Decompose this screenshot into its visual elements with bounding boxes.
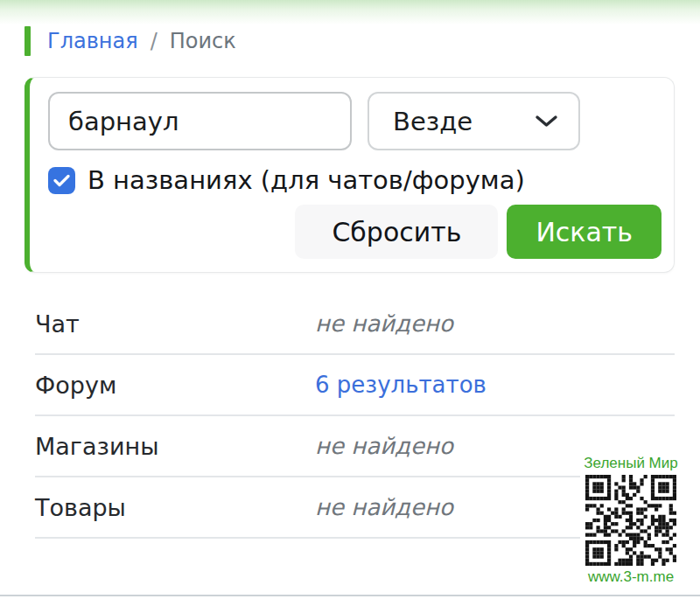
breadcrumb-accent-bar [24,26,31,56]
result-row-goods: Товары не найдено [35,477,675,539]
result-row-shops: Магазины не найдено [35,416,675,477]
checkbox-row: В названиях (для чатов/форума) [48,165,662,195]
watermark: Зеленый Мир www.3-m.me [580,455,682,586]
search-button[interactable]: Искать [507,205,662,259]
result-label: Чат [35,310,315,338]
qr-code-icon [585,475,676,566]
breadcrumb-home-link[interactable]: Главная [47,29,138,53]
result-label: Форум [35,372,315,399]
in-titles-checkbox-label[interactable]: В названиях (для чатов/форума) [88,165,525,195]
breadcrumb: Главная / Поиск [24,26,236,56]
reset-button[interactable]: Сбросить [295,205,498,259]
search-card: Везде В названиях (для чатов/форума) Сбр… [24,77,675,273]
page-bottom-divider [0,595,700,596]
watermark-title: Зеленый Мир [580,455,682,472]
result-row-chat: Чат не найдено [35,294,675,355]
result-value: не найдено [315,433,453,459]
in-titles-checkbox[interactable] [48,167,75,194]
watermark-url: www.3-m.me [580,568,682,586]
scope-select[interactable]: Везде [368,92,580,150]
result-label: Магазины [35,433,315,460]
results-list: Чат не найдено Форум 6 результатов Магаз… [35,294,675,539]
check-icon [53,174,70,187]
search-input[interactable] [48,92,352,150]
result-row-forum: Форум 6 результатов [35,355,675,416]
scope-select-value: Везде [393,107,472,136]
page-top-glow [0,0,700,24]
result-value: не найдено [315,494,453,520]
result-label: Товары [35,494,315,521]
form-buttons-row: Сбросить Искать [48,205,662,259]
breadcrumb-separator: / [150,29,158,53]
breadcrumb-current: Поиск [170,29,236,53]
forum-results-link[interactable]: 6 результатов [315,372,486,398]
chevron-down-icon [535,114,558,129]
result-value: не найдено [315,310,453,337]
search-form-row: Везде [48,92,662,150]
